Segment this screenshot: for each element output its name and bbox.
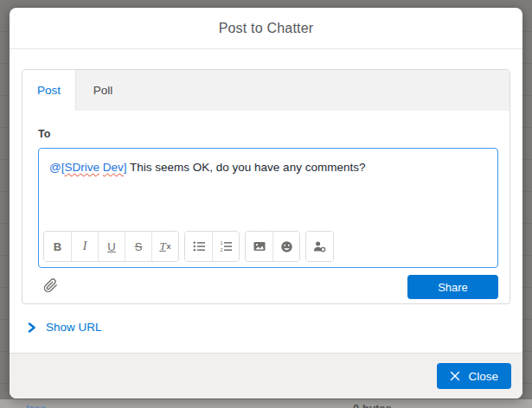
mention-group (305, 231, 334, 262)
background-table-row: tree 0 bytes (0, 399, 532, 408)
svg-text:1: 1 (221, 240, 223, 245)
post-to-chatter-modal: Post to Chatter Post Poll To @[SDrive De… (10, 8, 522, 398)
tabstrip: Post Poll (22, 70, 510, 111)
svg-text:2: 2 (221, 247, 223, 252)
bulleted-list-icon (193, 240, 205, 252)
modal-body: Post Poll To @[SDrive Dev] This seems OK… (10, 49, 522, 353)
add-user-icon (313, 240, 326, 253)
insert-image-icon (253, 240, 266, 252)
modal-title: Post to Chatter (219, 21, 314, 36)
underline-button[interactable]: U (98, 232, 125, 261)
media-group (245, 231, 300, 262)
tab-post[interactable]: Post (22, 70, 76, 111)
attach-file-icon (43, 278, 58, 293)
post-tab-panel: To @[SDrive Dev] This seems OK, do you h… (22, 111, 510, 303)
numbered-list-button[interactable]: 1 2 (212, 232, 239, 261)
chevron-right-icon (27, 322, 36, 333)
close-button[interactable]: Close (437, 363, 511, 389)
share-row: Share (38, 275, 498, 299)
message-input[interactable]: @[SDrive Dev] This seems OK, do you have… (39, 149, 497, 231)
share-button[interactable]: Share (407, 275, 498, 299)
add-user-button[interactable] (306, 232, 333, 261)
strikethrough-button[interactable]: S (125, 232, 151, 261)
background-file-size: 0 bytes (353, 400, 392, 408)
attach-file-button[interactable] (43, 278, 58, 296)
italic-button[interactable]: I (71, 232, 98, 261)
to-label: To (38, 128, 498, 140)
insert-emoji-button[interactable] (272, 232, 299, 261)
show-url-label: Show URL (46, 321, 102, 334)
close-label: Close (468, 370, 498, 383)
insert-emoji-icon (280, 240, 293, 253)
rich-text-editor: @[SDrive Dev] This seems OK, do you have… (38, 148, 498, 268)
bold-button[interactable]: B (44, 232, 71, 261)
remove-formatting-button[interactable]: Tx (151, 232, 178, 261)
numbered-list-icon: 1 2 (220, 240, 232, 252)
font-style-group: B I U S Tx (43, 231, 179, 262)
formatting-toolbar: B I U S Tx (39, 231, 497, 267)
tab-poll[interactable]: Poll (76, 70, 130, 111)
message-text: This seems OK, do you have any comments? (127, 161, 366, 174)
background-link-tree: tree (26, 400, 47, 408)
mention-pill[interactable]: @[SDrive Dev] (49, 161, 127, 174)
close-icon (450, 371, 460, 381)
list-group: 1 2 (184, 231, 240, 262)
modal-header: Post to Chatter (10, 8, 522, 49)
bulleted-list-button[interactable] (185, 232, 212, 261)
show-url-toggle[interactable]: Show URL (27, 321, 102, 334)
composer-card: Post Poll To @[SDrive Dev] This seems OK… (22, 69, 510, 304)
modal-footer: Close (10, 353, 522, 398)
insert-image-button[interactable] (246, 232, 272, 261)
